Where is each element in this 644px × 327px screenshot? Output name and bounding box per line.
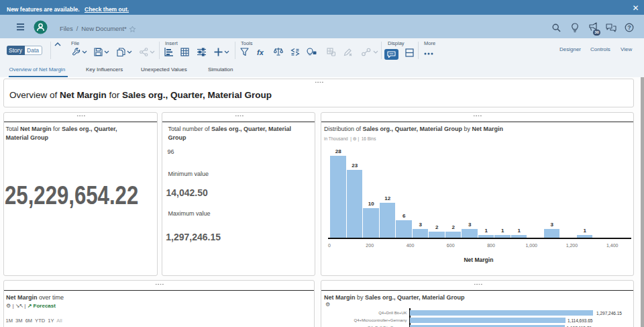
svg-text:?: ? <box>627 24 631 31</box>
